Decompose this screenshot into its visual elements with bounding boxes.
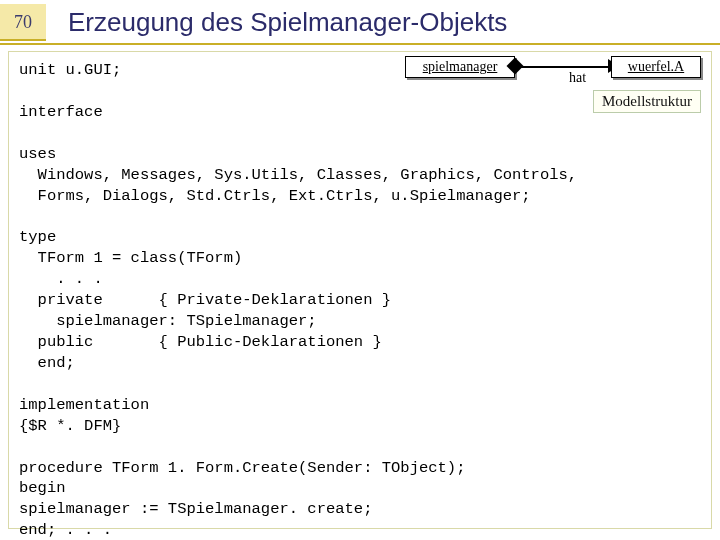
code-line: procedure TForm 1. Form.Create(Sender: T… — [19, 459, 465, 477]
code-line: spielmanager: TSpielmanager; — [19, 312, 317, 330]
code-line: . . . — [19, 270, 103, 288]
code-line: end; . . . — [19, 521, 112, 539]
slide-header: 70 Erzeugung des Spielmanager-Objekts — [0, 0, 720, 45]
relation-label: hat — [569, 70, 586, 86]
code-line: begin — [19, 479, 66, 497]
code-line: private { Private-Deklarationen } — [19, 291, 391, 309]
code-line: {$R *. DFM} — [19, 417, 121, 435]
content-area: spielmanager hat wuerfel.A Modellstruktu… — [8, 51, 712, 529]
class-box-wuerfel: wuerfel.A — [611, 56, 701, 78]
association-line — [511, 66, 619, 68]
code-line: TForm 1 = class(TForm) — [19, 249, 242, 267]
slide-title: Erzeugung des Spielmanager-Objekts — [46, 7, 507, 38]
code-line: interface — [19, 103, 103, 121]
code-line: spielmanager := TSpielmanager. create; — [19, 500, 372, 518]
code-block: unit u.GUI; interface uses Windows, Mess… — [19, 60, 701, 540]
page-number: 70 — [0, 4, 46, 41]
code-line: public { Public-Deklarationen } — [19, 333, 382, 351]
class-box-spielmanager: spielmanager — [405, 56, 515, 78]
diagram-caption: Modellstruktur — [593, 90, 701, 113]
uml-diagram: spielmanager hat wuerfel.A Modellstruktu… — [399, 54, 705, 116]
code-line: implementation — [19, 396, 149, 414]
code-line: type — [19, 228, 56, 246]
code-line: uses — [19, 145, 56, 163]
code-line: end; — [19, 354, 75, 372]
code-line: Windows, Messages, Sys.Utils, Classes, G… — [19, 166, 577, 184]
code-line: unit u.GUI; — [19, 61, 121, 79]
code-line: Forms, Dialogs, Std.Ctrls, Ext.Ctrls, u.… — [19, 187, 531, 205]
